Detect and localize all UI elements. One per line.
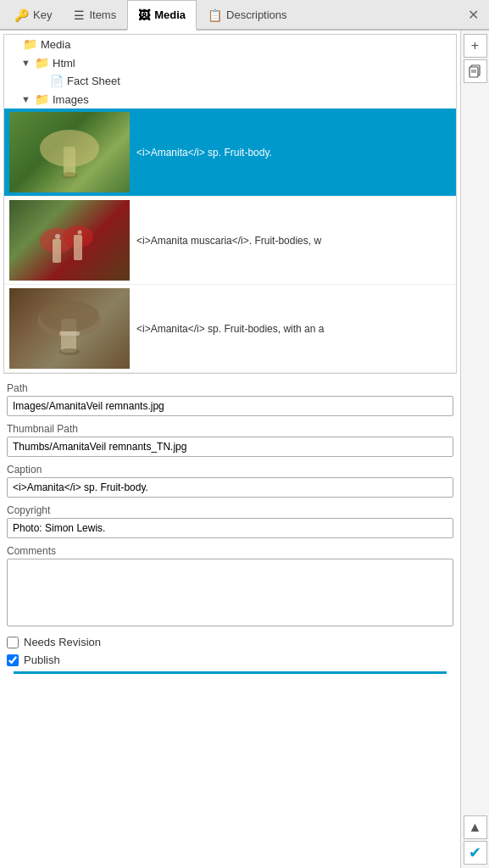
- path-label: Path: [7, 382, 453, 394]
- tab-descriptions[interactable]: 📋 Descriptions: [197, 0, 298, 30]
- tab-key[interactable]: 🔑 Key: [3, 0, 63, 30]
- html-toggle: ▼: [21, 58, 31, 68]
- copy-icon: [469, 64, 482, 78]
- right-sidebar: + ▲ ✔: [460, 31, 489, 868]
- path-input[interactable]: [7, 396, 453, 416]
- caption-input[interactable]: [7, 477, 453, 498]
- comments-textarea[interactable]: [7, 559, 453, 626]
- path-field-group: Path: [7, 382, 453, 416]
- media-folder-icon: 📁: [23, 37, 37, 51]
- needs-revision-row: Needs Revision: [7, 636, 453, 648]
- image-thumb-2: [9, 200, 130, 281]
- fact-sheet-icon: 📄: [50, 75, 64, 87]
- svg-rect-1: [64, 147, 75, 176]
- form-area: Path Thumbnail Path Caption Copyright Co…: [0, 377, 460, 868]
- svg-rect-4: [53, 239, 61, 263]
- tab-media[interactable]: 🖼 Media: [127, 0, 197, 31]
- svg-point-12: [59, 348, 80, 355]
- thumbnail-path-field-group: Thumbnail Path: [7, 423, 453, 457]
- copyright-field-group: Copyright: [7, 504, 453, 538]
- tree-root-media[interactable]: 📁 Media: [4, 35, 456, 53]
- svg-point-11: [40, 301, 99, 331]
- tree-root-label: Media: [41, 38, 70, 51]
- image-thumb-3: [9, 288, 130, 369]
- tree-html-folder[interactable]: ▼ 📁 Html: [4, 53, 456, 72]
- images-toggle: ▼: [21, 94, 31, 104]
- caption-field-group: Caption: [7, 464, 453, 498]
- main-content: 📁 Media ▼ 📁 Html 📄 Fact Sheet ▼ 📁 Images: [0, 31, 489, 868]
- publish-label: Publish: [24, 654, 60, 666]
- mushroom-svg-1: [36, 123, 103, 182]
- mushroom-svg-3: [36, 299, 103, 359]
- image-caption-3: <i>Amanita</i> sp. Fruit-bodies, with an…: [136, 323, 451, 335]
- image-caption-1: <i>Amanita</i> sp. Fruit-body.: [136, 147, 451, 159]
- svg-point-2: [61, 172, 78, 179]
- image-thumb-1: [9, 112, 130, 192]
- close-button[interactable]: ✕: [461, 7, 486, 23]
- left-panel: 📁 Media ▼ 📁 Html 📄 Fact Sheet ▼ 📁 Images: [0, 31, 460, 868]
- tree-fact-sheet-label: Fact Sheet: [67, 75, 120, 87]
- confirm-button[interactable]: ✔: [464, 841, 487, 865]
- publish-checkbox[interactable]: [7, 654, 19, 666]
- list-icon: ☰: [74, 8, 85, 22]
- tab-key-label: Key: [33, 8, 52, 21]
- svg-rect-6: [74, 235, 82, 260]
- tab-items[interactable]: ☰ Items: [63, 0, 127, 30]
- svg-point-8: [78, 230, 82, 234]
- tree-images-label: Images: [53, 93, 89, 106]
- publish-row: Publish: [7, 654, 453, 666]
- tree-fact-sheet[interactable]: 📄 Fact Sheet: [4, 72, 456, 90]
- mushroom-svg-2: [36, 211, 103, 270]
- media-icon: 🖼: [138, 8, 150, 22]
- tab-items-label: Items: [89, 8, 116, 21]
- tree-images-folder[interactable]: ▼ 📁 Images: [4, 90, 456, 108]
- caption-label: Caption: [7, 464, 453, 476]
- descriptions-icon: 📋: [208, 8, 222, 22]
- copy-button[interactable]: [464, 59, 487, 83]
- key-icon: 🔑: [14, 8, 29, 22]
- needs-revision-label: Needs Revision: [24, 636, 101, 648]
- tab-descriptions-label: Descriptions: [226, 8, 287, 21]
- tab-bar: 🔑 Key ☰ Items 🖼 Media 📋 Descriptions ✕: [0, 0, 489, 31]
- svg-rect-13: [59, 331, 80, 336]
- tree-html-label: Html: [53, 57, 75, 70]
- comments-field-group: Comments: [7, 545, 453, 629]
- tab-media-label: Media: [154, 8, 186, 21]
- html-folder-icon: 📁: [35, 56, 49, 70]
- image-caption-2: <i>Amanita muscaria</i>. Fruit-bodies, w: [136, 235, 451, 247]
- thumbnail-path-label: Thumbnail Path: [7, 423, 453, 435]
- publish-underline: [14, 671, 447, 674]
- images-folder-icon: 📁: [35, 92, 49, 106]
- copyright-label: Copyright: [7, 504, 453, 516]
- image-item-1[interactable]: <i>Amanita</i> sp. Fruit-body.: [4, 108, 456, 197]
- image-item-2[interactable]: <i>Amanita muscaria</i>. Fruit-bodies, w: [4, 197, 456, 285]
- needs-revision-checkbox[interactable]: [7, 637, 19, 648]
- comments-label: Comments: [7, 545, 453, 557]
- copyright-input[interactable]: [7, 518, 453, 538]
- thumbnail-path-input[interactable]: [7, 437, 453, 457]
- add-button[interactable]: +: [464, 34, 487, 58]
- svg-point-7: [55, 234, 60, 239]
- move-up-button[interactable]: ▲: [464, 815, 487, 839]
- image-item-3[interactable]: <i>Amanita</i> sp. Fruit-bodies, with an…: [4, 285, 456, 373]
- media-tree: 📁 Media ▼ 📁 Html 📄 Fact Sheet ▼ 📁 Images: [3, 34, 457, 374]
